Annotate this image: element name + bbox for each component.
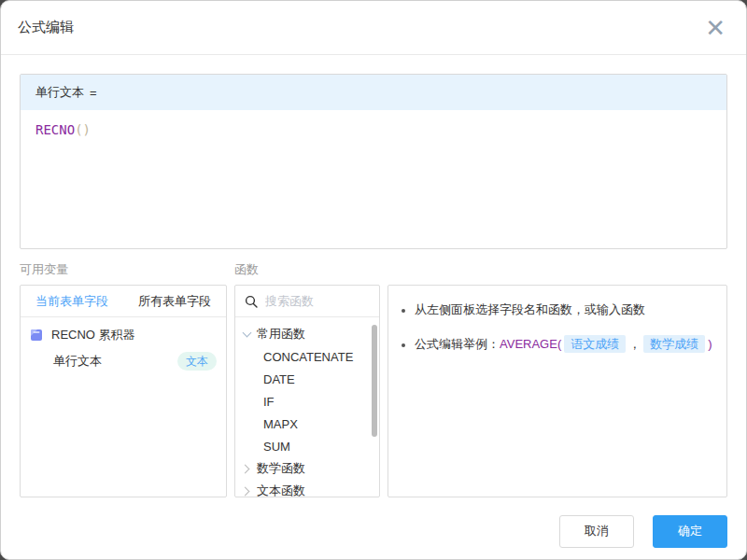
- panels-row: 可用变量 当前表单字段 所有表单字段 RECNO 累积器: [20, 261, 727, 497]
- confirm-button[interactable]: 确定: [653, 515, 727, 548]
- help-bullet-1: 从左侧面板选择字段名和函数，或输入函数: [415, 300, 717, 320]
- tree-group-text-functions[interactable]: 文本函数: [235, 480, 379, 497]
- function-tree: 常用函数 CONCATENATE DATE IF MAPX: [235, 317, 379, 497]
- tree-item-concatenate[interactable]: CONCATENATE: [235, 345, 379, 368]
- variable-item-label: 单行文本: [53, 353, 102, 370]
- functions-panel: 常用函数 CONCATENATE DATE IF MAPX: [234, 285, 380, 497]
- tree-group-label: 数学函数: [257, 460, 305, 477]
- tree-item-label: IF: [263, 395, 275, 409]
- help-column: 从左侧面板选择字段名和函数，或输入函数 公式编辑举例：AVERAGE(语文成绩，…: [388, 261, 727, 497]
- variables-section-label: 可用变量: [20, 261, 227, 278]
- help-example-field-chip-2: 数学成绩: [643, 335, 705, 353]
- chevron-right-icon: [241, 464, 250, 473]
- help-example-prefix: 公式编辑举例：: [415, 337, 500, 351]
- formula-editor: 单行文本 = RECNO(): [20, 74, 727, 249]
- tree-group-common-functions[interactable]: 常用函数: [235, 323, 379, 345]
- tree-group-label: 常用函数: [257, 326, 305, 343]
- variable-group-label: RECNO 累积器: [51, 327, 135, 343]
- help-panel: 从左侧面板选择字段名和函数，或输入函数 公式编辑举例：AVERAGE(语文成绩，…: [388, 285, 727, 497]
- dialog-header: 公式编辑 ✕: [1, 1, 746, 55]
- help-list: 从左侧面板选择字段名和函数，或输入函数 公式编辑举例：AVERAGE(语文成绩，…: [388, 286, 726, 355]
- formula-edit-dialog: 公式编辑 ✕ 单行文本 = RECNO() 可用变量 当前表单字段 所有表单字段: [0, 0, 747, 560]
- tab-current-form-fields[interactable]: 当前表单字段: [21, 286, 123, 316]
- form-document-icon: [30, 329, 43, 342]
- help-example-close-paren: ): [708, 337, 712, 351]
- tree-item-label: DATE: [263, 372, 295, 386]
- functions-column: 函数 常用函数: [234, 261, 380, 497]
- formula-code-area[interactable]: RECNO(): [21, 110, 726, 248]
- dialog-footer: 取消 确定: [1, 497, 746, 560]
- close-icon[interactable]: ✕: [705, 16, 726, 40]
- variable-group-recno[interactable]: RECNO 累积器: [21, 317, 226, 347]
- dialog-title: 公式编辑: [18, 19, 74, 36]
- tree-item-mapx[interactable]: MAPX: [235, 413, 379, 435]
- formula-parens: (): [75, 122, 91, 137]
- equals-sign: =: [90, 86, 97, 100]
- field-type-badge: 文本: [177, 352, 217, 371]
- target-field-label: 单行文本: [35, 84, 84, 101]
- variables-tabs: 当前表单字段 所有表单字段: [21, 286, 226, 317]
- tree-item-sum[interactable]: SUM: [235, 435, 379, 457]
- help-label-spacer: [388, 261, 727, 278]
- function-search-input[interactable]: [265, 294, 370, 308]
- dialog-content: 单行文本 = RECNO() 可用变量 当前表单字段 所有表单字段: [1, 55, 746, 497]
- function-search-bar: [235, 286, 379, 317]
- tree-item-label: SUM: [263, 440, 290, 454]
- chevron-right-icon: [241, 486, 250, 496]
- search-icon: [245, 295, 258, 308]
- variable-item-single-line-text[interactable]: 单行文本 文本: [21, 347, 226, 375]
- help-example-field-chip-1: 语文成绩: [564, 335, 626, 353]
- functions-section-label: 函数: [234, 261, 380, 278]
- tree-group-math-functions[interactable]: 数学函数: [235, 457, 379, 480]
- cancel-button[interactable]: 取消: [559, 515, 634, 548]
- chevron-down-icon: [243, 328, 252, 337]
- variables-column: 可用变量 当前表单字段 所有表单字段 RECNO 累积器: [20, 261, 227, 497]
- variables-panel: 当前表单字段 所有表单字段 RECNO 累积器 单行文本 文本: [20, 285, 227, 497]
- tree-item-date[interactable]: DATE: [235, 368, 379, 390]
- tree-item-if[interactable]: IF: [235, 390, 379, 413]
- tree-item-label: CONCATENATE: [263, 350, 353, 364]
- formula-target-bar: 单行文本 =: [21, 75, 726, 110]
- tree-item-label: MAPX: [263, 417, 298, 431]
- help-example-comma: ，: [628, 337, 641, 351]
- help-example-function: AVERAGE(: [500, 337, 561, 351]
- tab-all-form-fields[interactable]: 所有表单字段: [123, 286, 226, 316]
- formula-function-name: RECNO: [35, 122, 75, 137]
- help-bullet-2: 公式编辑举例：AVERAGE(语文成绩，数学成绩): [415, 334, 717, 355]
- tree-group-label: 文本函数: [257, 483, 305, 497]
- function-list-scrollbar[interactable]: [372, 325, 377, 437]
- help-bullet-1-text: 从左侧面板选择字段名和函数，或输入函数: [415, 302, 645, 316]
